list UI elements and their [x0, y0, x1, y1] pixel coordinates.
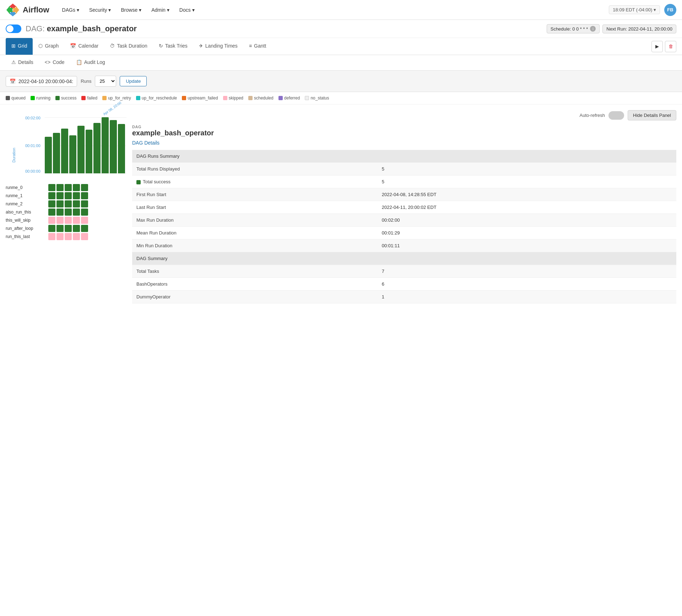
- task-cell-2[interactable]: [65, 225, 72, 232]
- detail-value: 5: [378, 163, 676, 175]
- task-row: run_this_last: [6, 233, 126, 240]
- task-cell-1[interactable]: [56, 184, 64, 191]
- detail-value: 2022-04-08, 14:28:55 EDT: [378, 188, 676, 201]
- nav-browse[interactable]: Browse ▾: [117, 4, 146, 16]
- dag-detail-label: DAG: [132, 125, 676, 129]
- task-cell-3[interactable]: [73, 233, 80, 240]
- airflow-logo: [6, 3, 20, 17]
- task-cell-0[interactable]: [48, 200, 55, 207]
- runs-select[interactable]: 25 50 100: [95, 76, 116, 87]
- tab-task-duration[interactable]: ⏱ Task Duration: [104, 38, 153, 55]
- reschedule-dot: [136, 96, 140, 100]
- brand[interactable]: Airflow: [6, 3, 49, 17]
- tab-details[interactable]: ⚠ Details: [6, 55, 39, 70]
- retry-dot: [102, 96, 107, 100]
- bar-3: [69, 135, 76, 173]
- success-dot: [55, 96, 60, 100]
- detail-value: 5: [378, 175, 676, 188]
- detail-label: BashOperators: [132, 278, 378, 291]
- filter-bar: 📅 2022-04-10 20:00:00-04: Runs 25 50 100…: [0, 71, 682, 92]
- tab-audit-log[interactable]: 📋 Audit Log: [70, 55, 111, 70]
- chevron-down-icon: ▾: [167, 7, 169, 13]
- task-cell-2[interactable]: [65, 233, 72, 240]
- duration-chart: Duration 00:02:00 00:01:00 00:00:00 Apr …: [6, 110, 126, 181]
- auto-refresh-label: Auto-refresh: [580, 113, 605, 118]
- legend-upstream-failed: upstream_failed: [182, 96, 218, 101]
- y-tick-bot: 00:00:00: [25, 169, 40, 173]
- task-cell-0[interactable]: [48, 209, 55, 216]
- success-indicator: [136, 180, 141, 184]
- task-cell-3[interactable]: [73, 200, 80, 207]
- schedule-info-icon[interactable]: i: [590, 26, 596, 32]
- task-cell-0[interactable]: [48, 184, 55, 191]
- detail-value: 1: [378, 291, 676, 303]
- detail-row: First Run Start2022-04-08, 14:28:55 EDT: [132, 188, 676, 201]
- task-name: run_this_last: [6, 234, 48, 239]
- user-avatar[interactable]: FB: [664, 4, 676, 16]
- schedule-badge[interactable]: Schedule: 0 0 * * * i: [547, 24, 600, 33]
- task-cell-0[interactable]: [48, 225, 55, 232]
- task-cell-2[interactable]: [65, 200, 72, 207]
- task-cell-4[interactable]: [81, 184, 88, 191]
- time-display[interactable]: 18:09 EDT (-04:00) ▾: [609, 5, 660, 14]
- nav-security[interactable]: Security ▾: [85, 4, 115, 16]
- task-cell-4[interactable]: [81, 217, 88, 224]
- dag-details-link[interactable]: DAG Details: [132, 140, 676, 146]
- audit-icon: 📋: [76, 59, 82, 65]
- task-cell-3[interactable]: [73, 192, 80, 199]
- nav-links: DAGs ▾ Security ▾ Browse ▾ Admin ▾ Docs …: [58, 4, 609, 16]
- task-cell-1[interactable]: [56, 192, 64, 199]
- nav-dags[interactable]: DAGs ▾: [58, 4, 83, 16]
- detail-row: Mean Run Duration00:01:29: [132, 227, 676, 239]
- tab-grid[interactable]: ⊞ Grid: [6, 38, 33, 55]
- detail-label: DummyOperator: [132, 291, 378, 303]
- legend-success: success: [55, 96, 76, 101]
- task-cell-2[interactable]: [65, 192, 72, 199]
- task-cell-1[interactable]: [56, 200, 64, 207]
- nav-admin[interactable]: Admin ▾: [147, 4, 174, 16]
- task-cell-4[interactable]: [81, 192, 88, 199]
- auto-refresh-toggle[interactable]: [608, 111, 624, 120]
- detail-label: Total Tasks: [132, 265, 378, 278]
- task-cell-4[interactable]: [81, 200, 88, 207]
- task-cell-4[interactable]: [81, 209, 88, 216]
- tab-gantt[interactable]: ≡ Gantt: [243, 38, 272, 55]
- brand-name: Airflow: [23, 5, 49, 15]
- next-run-badge: Next Run: 2022-04-11, 20:00:00: [602, 25, 676, 33]
- task-cell-4[interactable]: [81, 233, 88, 240]
- tab-task-tries[interactable]: ↻ Task Tries: [153, 38, 193, 55]
- task-cell-3[interactable]: [73, 217, 80, 224]
- legend-skipped: skipped: [223, 96, 243, 101]
- task-cell-2[interactable]: [65, 184, 72, 191]
- task-row: also_run_this: [6, 209, 126, 216]
- delete-dag-button[interactable]: 🗑: [665, 41, 676, 52]
- graph-icon: ⬡: [38, 43, 43, 49]
- tab-graph[interactable]: ⬡ Graph: [33, 38, 64, 55]
- detail-label: First Run Start: [132, 188, 378, 201]
- task-cell-0[interactable]: [48, 217, 55, 224]
- tab-code[interactable]: <> Code: [39, 55, 70, 70]
- bar-4: [77, 126, 85, 173]
- task-cell-0[interactable]: [48, 192, 55, 199]
- run-dag-button[interactable]: ▶: [651, 41, 663, 52]
- dag-toggle[interactable]: [6, 25, 21, 33]
- tab-calendar[interactable]: 📅 Calendar: [64, 38, 104, 55]
- y-tick-top: 00:02:00: [25, 116, 40, 120]
- task-cell-0[interactable]: [48, 233, 55, 240]
- task-cell-1[interactable]: [56, 233, 64, 240]
- task-cell-4[interactable]: [81, 225, 88, 232]
- date-filter[interactable]: 📅 2022-04-10 20:00:00-04:: [6, 76, 77, 87]
- task-cell-3[interactable]: [73, 209, 80, 216]
- task-cell-2[interactable]: [65, 217, 72, 224]
- tab-landing-times[interactable]: ✈ Landing Times: [193, 38, 243, 55]
- task-cell-3[interactable]: [73, 184, 80, 191]
- running-dot: [31, 96, 35, 100]
- task-cell-1[interactable]: [56, 217, 64, 224]
- task-cell-2[interactable]: [65, 209, 72, 216]
- hide-panel-button[interactable]: Hide Details Panel: [628, 110, 676, 120]
- update-button[interactable]: Update: [120, 76, 147, 86]
- nav-docs[interactable]: Docs ▾: [175, 4, 199, 16]
- task-cell-1[interactable]: [56, 209, 64, 216]
- task-cell-1[interactable]: [56, 225, 64, 232]
- task-cell-3[interactable]: [73, 225, 80, 232]
